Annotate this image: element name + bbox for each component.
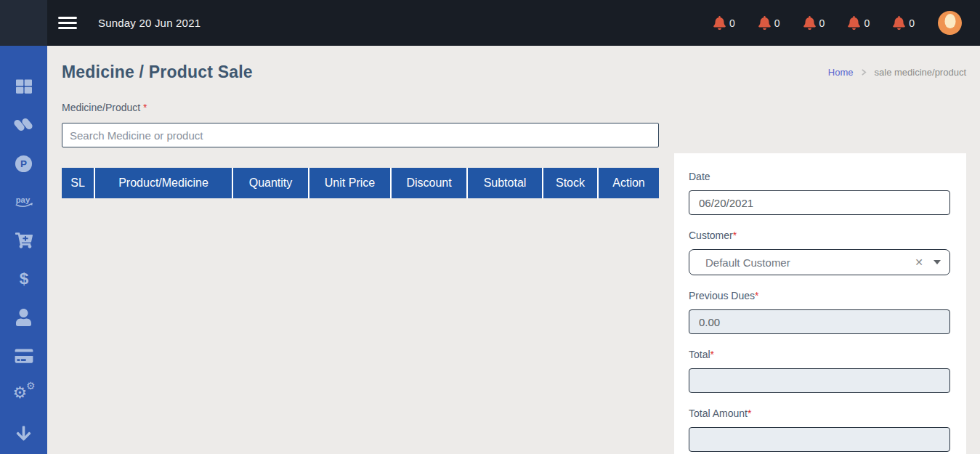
sidebar-item-medicine[interactable] xyxy=(13,116,35,134)
table-header-subtotal: Subtotal xyxy=(468,168,543,198)
chevron-right-icon xyxy=(861,69,867,76)
previous-dues-field-group: Previous Dues* xyxy=(689,290,950,334)
required-asterisk: * xyxy=(755,290,758,301)
notification-bell-5[interactable]: 0 xyxy=(893,16,915,30)
page-header: Medicine / Product Sale Home sale medici… xyxy=(62,62,966,82)
notification-bell-3[interactable]: 0 xyxy=(803,16,825,30)
svg-text:$: $ xyxy=(19,270,28,288)
table-header-quantity: Quantity xyxy=(233,168,309,198)
breadcrumb-current: sale medicine/product xyxy=(875,67,966,78)
svg-text:pay: pay xyxy=(15,195,30,204)
notification-bell-1[interactable]: 0 xyxy=(713,16,735,30)
notification-count: 0 xyxy=(864,17,870,29)
total-amount-label: Total Amount* xyxy=(689,408,950,419)
notification-count: 0 xyxy=(909,17,915,29)
sidebar-item-accounts[interactable] xyxy=(13,347,35,365)
required-asterisk: * xyxy=(710,349,714,360)
sidebar-item-purchase[interactable] xyxy=(13,232,35,249)
page-title: Medicine / Product Sale xyxy=(62,62,253,82)
breadcrumb-home-link[interactable]: Home xyxy=(828,67,854,78)
date-field-group: Date xyxy=(689,171,950,215)
previous-dues-label-text: Previous Dues xyxy=(689,290,755,301)
sidebar-header-block xyxy=(0,0,47,46)
credit-card-icon xyxy=(15,348,33,364)
previous-dues-input xyxy=(689,309,950,334)
total-field-group: Total* xyxy=(689,349,950,393)
previous-dues-label: Previous Dues* xyxy=(689,290,950,301)
bell-icon xyxy=(758,16,771,30)
bell-icon xyxy=(803,16,816,30)
table-header-sl: SL xyxy=(62,168,95,198)
breadcrumb: Home sale medicine/product xyxy=(828,67,966,78)
table-header-stock: Stock xyxy=(543,168,599,198)
table-header-product: Product/Medicine xyxy=(95,168,233,198)
total-input xyxy=(689,368,950,393)
customer-select[interactable]: Default Customer ✕ xyxy=(689,249,950,275)
medicine-product-label-text: Medicine/Product xyxy=(62,102,140,113)
clear-selection-icon[interactable]: ✕ xyxy=(915,257,923,267)
sidebar-item-sale[interactable]: $ xyxy=(13,270,35,288)
sidebar-item-payment[interactable]: pay xyxy=(13,193,35,211)
medicine-product-label: Medicine/Product * xyxy=(62,102,980,113)
table-header-action: Action xyxy=(599,168,659,198)
required-asterisk: * xyxy=(143,102,147,113)
capsules-icon xyxy=(14,116,34,134)
date-label: Date xyxy=(689,171,950,182)
bell-icon xyxy=(893,16,905,30)
customer-label-text: Customer xyxy=(689,230,733,241)
hamburger-menu-icon[interactable] xyxy=(58,17,77,29)
sidebar-item-customer[interactable] xyxy=(13,309,35,326)
sidebar: P pay $ ⚙⚙ xyxy=(0,46,47,454)
bell-icon xyxy=(848,16,860,30)
total-amount-label-text: Total Amount xyxy=(689,408,748,419)
gears-icon: ⚙⚙ xyxy=(13,385,35,404)
sale-items-table-header: SL Product/Medicine Quantity Unit Price … xyxy=(62,168,659,198)
notification-count: 0 xyxy=(729,17,735,29)
dollar-icon: $ xyxy=(19,270,29,288)
cart-plus-icon xyxy=(15,232,33,248)
sidebar-item-product[interactable]: P xyxy=(13,155,35,172)
topbar-right: 0 0 0 0 0 xyxy=(713,11,980,35)
user-icon xyxy=(15,309,32,326)
bell-icon xyxy=(713,16,726,30)
svg-text:P: P xyxy=(20,158,27,169)
notification-bell-4[interactable]: 0 xyxy=(848,16,870,30)
table-header-unit-price: Unit Price xyxy=(309,168,392,198)
sidebar-item-settings[interactable]: ⚙⚙ xyxy=(13,386,35,403)
main-content: Medicine / Product Sale Home sale medici… xyxy=(47,46,980,454)
total-amount-input xyxy=(689,427,950,452)
customer-field-group: Customer* Default Customer ✕ xyxy=(689,230,950,275)
required-asterisk: * xyxy=(748,408,751,419)
customer-selected-value: Default Customer xyxy=(705,256,915,269)
arrow-down-icon xyxy=(16,425,31,442)
total-amount-field-group: Total Amount* xyxy=(689,408,950,452)
required-asterisk: * xyxy=(733,230,737,241)
notification-count: 0 xyxy=(819,17,825,29)
dashboard-icon xyxy=(16,78,32,94)
user-avatar[interactable] xyxy=(938,11,962,35)
notification-bell-2[interactable]: 0 xyxy=(758,16,780,30)
chevron-down-icon[interactable] xyxy=(934,260,941,264)
pay-icon: pay xyxy=(13,194,35,210)
table-header-discount: Discount xyxy=(392,168,468,198)
notification-count: 0 xyxy=(774,17,780,29)
medicine-search-input[interactable] xyxy=(62,123,659,147)
sidebar-item-download[interactable] xyxy=(13,424,35,442)
total-label-text: Total xyxy=(689,349,710,360)
topbar: Sunday 20 Jun 2021 0 0 0 0 0 xyxy=(0,0,980,46)
sale-summary-card: Date Customer* Default Customer ✕ Previo… xyxy=(674,153,966,454)
sidebar-item-dashboard[interactable] xyxy=(13,78,35,95)
total-label: Total* xyxy=(689,349,950,360)
date-input[interactable] xyxy=(689,190,950,215)
topbar-date: Sunday 20 Jun 2021 xyxy=(98,17,201,29)
customer-label: Customer* xyxy=(689,230,950,241)
p-circle-icon: P xyxy=(15,155,33,173)
